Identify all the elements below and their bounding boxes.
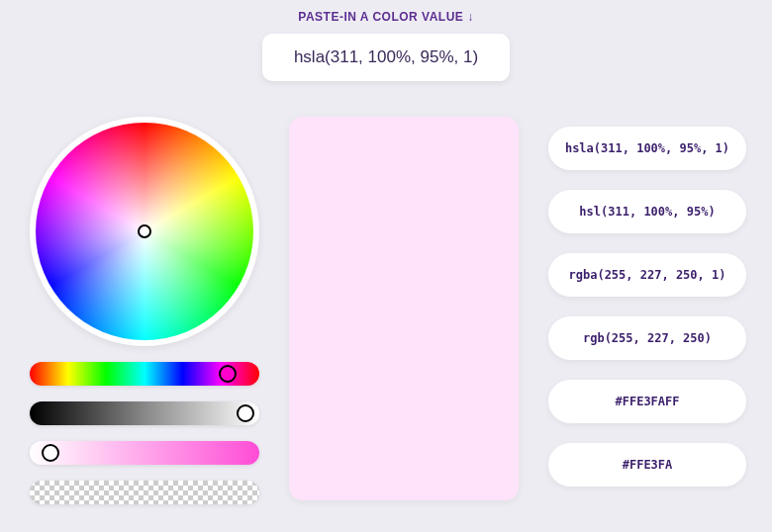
hex6-button[interactable]: #FFE3FA (548, 443, 746, 487)
lightness-slider[interactable] (30, 441, 259, 465)
formats-column: hsla(311, 100%, 95%, 1) hsl(311, 100%, 9… (548, 127, 746, 487)
color-input[interactable] (262, 34, 510, 81)
controls-column (30, 117, 259, 504)
wheel-marker[interactable] (138, 224, 151, 238)
lightness-slider-thumb[interactable] (42, 444, 59, 462)
saturation-slider-thumb[interactable] (237, 404, 254, 422)
paste-label: PASTE-IN A COLOR VALUE ↓ (0, 0, 772, 24)
hue-slider[interactable] (30, 362, 259, 386)
hsl-button[interactable]: hsl(311, 100%, 95%) (548, 190, 746, 233)
hue-slider-thumb[interactable] (219, 365, 237, 383)
saturation-slider[interactable] (30, 401, 259, 425)
rgba-button[interactable]: rgba(255, 227, 250, 1) (548, 253, 746, 297)
color-wheel[interactable] (30, 117, 259, 346)
hex8-button[interactable]: #FFE3FAFF (548, 380, 746, 423)
main-area: hsla(311, 100%, 95%, 1) hsl(311, 100%, 9… (0, 117, 772, 532)
alpha-slider[interactable] (30, 481, 259, 504)
color-swatch (289, 117, 519, 500)
hsla-button[interactable]: hsla(311, 100%, 95%, 1) (548, 127, 746, 170)
rgb-button[interactable]: rgb(255, 227, 250) (548, 316, 746, 360)
